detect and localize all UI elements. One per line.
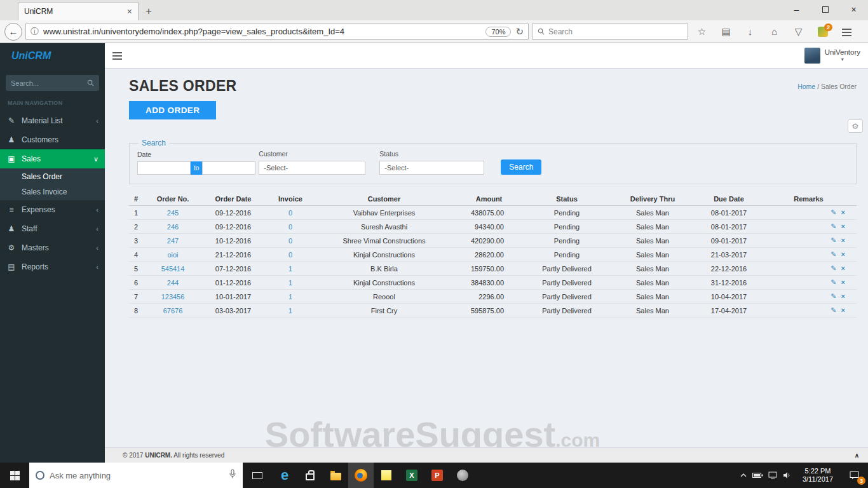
breadcrumb-home-link[interactable]: Home bbox=[797, 83, 815, 90]
customer-select[interactable]: -Select- bbox=[259, 161, 365, 175]
taskbar-store[interactable] bbox=[297, 463, 323, 488]
delete-row-icon[interactable]: × bbox=[841, 306, 845, 314]
taskbar-clock[interactable]: 5:22 PM 3/11/2017 bbox=[797, 467, 839, 484]
orders-table-body: 124509-12-20160Vaibhav Enterprises438075… bbox=[129, 206, 857, 318]
sidebar-item-expenses[interactable]: ≡ Expenses ‹ bbox=[0, 200, 105, 219]
reading-list-icon[interactable]: ▤ bbox=[715, 26, 736, 37]
sidebar-toggle-icon[interactable] bbox=[112, 52, 122, 60]
edit-row-icon[interactable]: ✎ bbox=[831, 222, 836, 230]
network-icon[interactable] bbox=[765, 471, 780, 479]
sidebar-item-material-list[interactable]: ✎ Material List ‹ bbox=[0, 111, 105, 130]
zoom-indicator[interactable]: 70% bbox=[485, 27, 511, 37]
sidebar-item-customers[interactable]: ♟ Customers bbox=[0, 130, 105, 149]
edit-row-icon[interactable]: ✎ bbox=[831, 264, 836, 272]
edit-row-icon[interactable]: ✎ bbox=[831, 208, 836, 216]
invoice-link[interactable]: 0 bbox=[288, 209, 292, 217]
browser-search-input[interactable] bbox=[548, 27, 682, 36]
taskbar-excel[interactable]: X bbox=[399, 463, 424, 488]
edit-row-icon[interactable]: ✎ bbox=[831, 292, 836, 300]
sidebar-item-sales[interactable]: ▣ Sales ∨ bbox=[0, 149, 105, 168]
browser-tab[interactable]: UniCRM × bbox=[18, 2, 139, 20]
gear-icon: ⚙ bbox=[6, 243, 17, 252]
invoice-link[interactable]: 1 bbox=[288, 307, 292, 315]
sidebar-search-input[interactable] bbox=[11, 79, 87, 87]
delete-row-icon[interactable]: × bbox=[841, 292, 845, 300]
microphone-icon[interactable] bbox=[229, 469, 236, 482]
menu-icon[interactable] bbox=[836, 26, 857, 37]
row-index-cell: 4 bbox=[129, 248, 144, 262]
date-to-input[interactable] bbox=[202, 161, 255, 175]
taskbar-powerpoint[interactable]: P bbox=[424, 463, 450, 488]
delete-row-icon[interactable]: × bbox=[841, 264, 845, 272]
amount-cell: 384830.00 bbox=[452, 276, 526, 290]
status-cell: Partly Delivered bbox=[526, 304, 608, 318]
delete-row-icon[interactable]: × bbox=[841, 236, 845, 244]
order-no-link[interactable]: 67676 bbox=[163, 307, 183, 315]
invoice-link[interactable]: 0 bbox=[288, 251, 292, 259]
taskbar-edge[interactable]: e bbox=[272, 463, 297, 488]
downloads-icon[interactable]: ↓ bbox=[740, 26, 761, 37]
pocket-icon[interactable]: ▽ bbox=[788, 26, 809, 37]
maximize-button[interactable] bbox=[811, 0, 839, 19]
settings-button[interactable]: ⚙ bbox=[848, 119, 863, 133]
invoice-link[interactable]: 1 bbox=[288, 293, 292, 301]
search-button[interactable]: Search bbox=[501, 159, 541, 175]
site-info-icon[interactable]: ⓘ bbox=[31, 26, 39, 37]
browser-search-bar[interactable] bbox=[532, 23, 688, 40]
close-button[interactable]: × bbox=[839, 0, 868, 19]
date-from-input[interactable] bbox=[137, 161, 191, 175]
order-no-link[interactable]: 245 bbox=[167, 209, 179, 217]
sidebar-subitem-sales-order[interactable]: Sales Order bbox=[0, 169, 105, 184]
url-bar[interactable]: ⓘ www.unistrat.in/univentorydemo/index.p… bbox=[25, 23, 529, 40]
cortana-search-input[interactable] bbox=[50, 471, 224, 480]
order-no-link[interactable]: 545414 bbox=[161, 265, 185, 273]
chevron-up-icon[interactable]: ∧ bbox=[855, 452, 859, 459]
new-tab-button[interactable]: + bbox=[139, 2, 159, 20]
start-button[interactable] bbox=[0, 463, 29, 488]
edit-row-icon[interactable]: ✎ bbox=[831, 236, 836, 244]
edit-row-icon[interactable]: ✎ bbox=[831, 250, 836, 258]
bookmark-star-icon[interactable]: ☆ bbox=[691, 26, 712, 37]
taskbar-app[interactable] bbox=[450, 463, 475, 488]
taskbar-firefox[interactable] bbox=[348, 463, 374, 488]
sidebar-subitem-sales-invoice[interactable]: Sales Invoice bbox=[0, 184, 105, 200]
order-no-link[interactable]: 247 bbox=[167, 237, 179, 245]
sidebar-item-staff[interactable]: ♟ Staff ‹ bbox=[0, 219, 105, 238]
user-menu[interactable]: UniVentory ▾ bbox=[804, 48, 860, 64]
delete-row-icon[interactable]: × bbox=[841, 222, 845, 230]
invoice-link[interactable]: 0 bbox=[288, 223, 292, 231]
task-view-button[interactable] bbox=[243, 463, 272, 488]
add-order-button[interactable]: ADD ORDER bbox=[129, 101, 216, 119]
taskbar-sticky-notes[interactable] bbox=[374, 463, 399, 488]
invoice-link[interactable]: 1 bbox=[288, 279, 292, 287]
url-text[interactable]: www.unistrat.in/univentorydemo/index.php… bbox=[43, 27, 481, 36]
battery-icon[interactable] bbox=[750, 472, 765, 478]
speaker-icon[interactable] bbox=[780, 471, 794, 479]
sidebar-item-reports[interactable]: ▤ Reports ‹ bbox=[0, 257, 105, 276]
invoice-link[interactable]: 1 bbox=[288, 265, 292, 273]
home-icon[interactable]: ⌂ bbox=[764, 26, 785, 37]
minimize-button[interactable]: – bbox=[782, 0, 811, 19]
order-no-link[interactable]: oioi bbox=[167, 251, 178, 259]
sidebar-search-icon[interactable] bbox=[87, 79, 94, 86]
invoice-link[interactable]: 0 bbox=[288, 237, 292, 245]
order-no-link[interactable]: 244 bbox=[167, 279, 179, 287]
delete-row-icon[interactable]: × bbox=[841, 278, 845, 286]
edit-row-icon[interactable]: ✎ bbox=[831, 306, 836, 314]
order-no-link[interactable]: 123456 bbox=[161, 293, 185, 301]
back-button[interactable]: ← bbox=[4, 23, 22, 41]
edit-row-icon[interactable]: ✎ bbox=[831, 278, 836, 286]
extension-icon[interactable]: 2 bbox=[812, 27, 833, 37]
sidebar-item-masters[interactable]: ⚙ Masters ‹ bbox=[0, 238, 105, 257]
tray-chevron-up-icon[interactable] bbox=[736, 473, 750, 478]
reload-button[interactable]: ↻ bbox=[515, 26, 524, 37]
order-no-link[interactable]: 246 bbox=[167, 223, 179, 231]
status-select[interactable]: -Select- bbox=[379, 161, 484, 175]
tab-close-icon[interactable]: × bbox=[123, 6, 132, 17]
delete-row-icon[interactable]: × bbox=[841, 250, 845, 258]
delete-row-icon[interactable]: × bbox=[841, 208, 845, 216]
action-center-button[interactable]: 3 bbox=[841, 463, 868, 488]
cortana-search[interactable] bbox=[29, 463, 243, 488]
app-logo[interactable]: UniCRM bbox=[0, 43, 105, 69]
taskbar-file-explorer[interactable] bbox=[323, 463, 348, 488]
